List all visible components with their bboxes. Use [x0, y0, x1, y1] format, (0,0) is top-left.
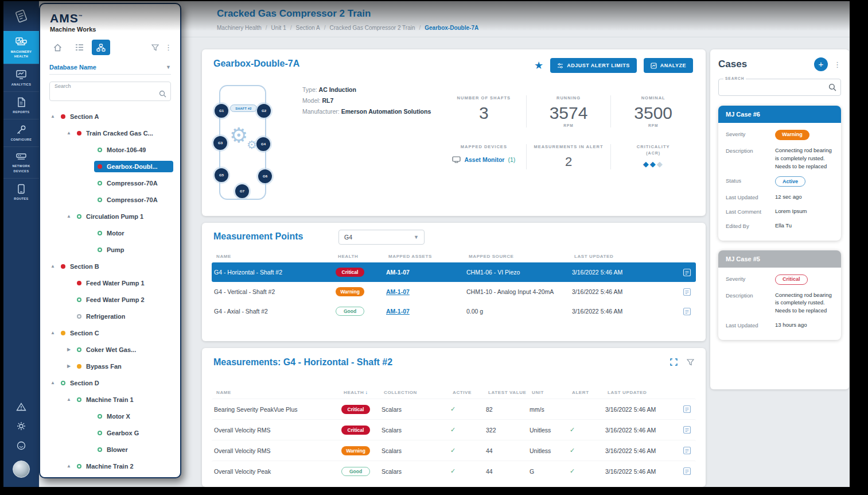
tree-item[interactable]: Gearbox G: [40, 424, 180, 441]
row-note-icon[interactable]: [680, 426, 696, 434]
asset-monitor-link[interactable]: Asset Monitor (1): [445, 156, 523, 163]
measurement-point-selector[interactable]: G4 ▼: [338, 230, 425, 245]
analyze-button[interactable]: ANALYZE: [644, 58, 693, 73]
tree-item[interactable]: ▶Coker Wet Gas...: [40, 341, 180, 358]
measurement-node-g1[interactable]: G1: [215, 104, 228, 118]
tree-item[interactable]: ▲Machine Train 1: [40, 391, 180, 408]
expand-arrow-icon[interactable]: ▶: [64, 347, 73, 352]
tree-item[interactable]: ▶Bypass Fan: [40, 358, 180, 374]
nav-analytics[interactable]: ANALYTICS: [3, 64, 39, 91]
tree-item[interactable]: ▲Machine Train 2: [40, 458, 180, 474]
tree-item[interactable]: Refrigeration: [40, 308, 180, 324]
tree-item[interactable]: Pump: [40, 241, 180, 258]
collapse-arrow-icon[interactable]: ▲: [48, 330, 57, 335]
brand-subtitle: Machine Works: [50, 26, 170, 33]
row-note-icon[interactable]: [680, 268, 696, 277]
filter-icon[interactable]: [687, 359, 694, 366]
table-row[interactable]: Overall Velocity RMS Critical Scalars ✓ …: [212, 419, 696, 440]
tree-item[interactable]: Compressor-70A: [40, 191, 180, 208]
row-note-icon[interactable]: [680, 405, 696, 413]
table-row[interactable]: Bearing Severity PeakVue Plus Critical S…: [212, 399, 696, 419]
collapse-arrow-icon[interactable]: ▲: [64, 214, 73, 219]
tree-item-selected[interactable]: Gearbox-Doubl...: [40, 158, 180, 175]
row-note-icon[interactable]: [680, 307, 696, 316]
collapse-arrow-icon[interactable]: ▲: [48, 380, 57, 385]
sliders-icon: [557, 63, 563, 69]
breadcrumb-item[interactable]: Unit 1: [271, 25, 286, 31]
expand-icon[interactable]: [670, 358, 678, 366]
cases-search-box[interactable]: SEARCH: [718, 79, 841, 96]
collapse-arrow-icon[interactable]: ▲: [64, 397, 73, 402]
mapped-asset-link[interactable]: AM-1-07: [386, 269, 410, 276]
tree-item[interactable]: ▲Section D: [40, 374, 180, 391]
nav-routes[interactable]: ROUTES: [3, 178, 39, 206]
tree-search-box[interactable]: Search: [49, 82, 171, 101]
row-note-icon[interactable]: [680, 446, 696, 455]
tree-item[interactable]: ▲Section B: [40, 258, 180, 274]
row-note-icon[interactable]: [680, 467, 696, 475]
tree-item[interactable]: ▲Circulation Pump 1: [40, 208, 180, 225]
nav-item-label: ROUTES: [14, 196, 28, 201]
table-row[interactable]: G4 - Vertical - Shaft #2 Warning AM-1-07…: [212, 282, 696, 301]
health-badge: Warning: [341, 446, 370, 455]
database-selector[interactable]: Database Name ▼: [49, 61, 171, 75]
tree-item[interactable]: Blower: [40, 441, 180, 458]
measurement-node-g4[interactable]: G4: [256, 137, 270, 151]
alerts-icon[interactable]: [16, 403, 26, 411]
cases-kebab-menu-icon[interactable]: ⋮: [834, 60, 841, 69]
table-row[interactable]: G4 - Axial - Shaft #2 Good AM-1-07 0.00 …: [212, 301, 696, 321]
table-row[interactable]: Overall Velocity Peak Good Scalars ✓ 44 …: [212, 461, 696, 481]
emerson-logo[interactable]: [3, 1, 39, 31]
nav-item-label: ANALYTICS: [11, 82, 32, 87]
expand-arrow-icon[interactable]: ▶: [64, 363, 73, 369]
help-icon[interactable]: [17, 441, 26, 450]
mapped-asset-link[interactable]: AM-1-07: [386, 308, 410, 315]
collapse-arrow-icon[interactable]: ▲: [48, 264, 57, 269]
measurements-toolbar: [670, 358, 694, 366]
favorite-star-icon[interactable]: ★: [534, 60, 543, 71]
hierarchy-view-button[interactable]: [92, 40, 110, 55]
tree-kebab-menu-icon[interactable]: ⋮: [165, 43, 172, 52]
collapse-arrow-icon[interactable]: ▲: [64, 130, 73, 136]
nav-configure[interactable]: CONFIGURE: [3, 119, 39, 146]
measurement-node-g7[interactable]: G7: [235, 184, 249, 198]
breadcrumb-item[interactable]: Machinery Health: [217, 25, 262, 31]
mapped-asset-link[interactable]: AM-1-07: [386, 288, 410, 295]
sort-descending-icon[interactable]: ↓: [365, 389, 368, 395]
breadcrumb-item[interactable]: Section A: [296, 25, 320, 31]
settings-gear-icon[interactable]: [17, 421, 26, 431]
tree-item[interactable]: ▲Section A: [40, 108, 180, 125]
measurement-node-g3[interactable]: G3: [213, 136, 227, 150]
nav-machinery-health[interactable]: MACHINERY HEALTH: [3, 31, 39, 64]
collapse-arrow-icon[interactable]: ▲: [64, 463, 73, 469]
tree-item[interactable]: ▲Train Cracked Gas C...: [40, 125, 180, 141]
case-card-header[interactable]: MJ Case #5: [718, 250, 841, 268]
list-view-button[interactable]: [70, 40, 88, 55]
nav-network-devices[interactable]: NETWORK DEVICES: [3, 146, 39, 178]
nav-reports[interactable]: REPORTS: [3, 91, 39, 119]
measurement-points-table: NAME HEALTH MAPPED ASSETS MAPPED SOURCE …: [212, 250, 696, 321]
case-card-header[interactable]: MJ Case #6: [718, 106, 841, 123]
table-row-selected[interactable]: G4 - Horizontal - Shaft #2 Critical AM-1…: [212, 262, 696, 282]
table-row[interactable]: Overall Velocity RMS Warning Scalars ✓ 4…: [212, 440, 696, 461]
tree-item[interactable]: ▲Section C: [40, 324, 180, 341]
tree-item[interactable]: Motor-106-49: [40, 141, 180, 158]
add-case-button[interactable]: +: [814, 57, 828, 71]
breadcrumb-item[interactable]: Cracked Gas Compressor 2 Train: [330, 25, 415, 31]
row-note-icon[interactable]: [680, 288, 696, 296]
filter-icon[interactable]: [151, 44, 159, 51]
tree-item[interactable]: Feed Water Pump 1: [40, 274, 180, 291]
tree-item[interactable]: Motor X: [40, 408, 180, 424]
home-view-button[interactable]: [48, 40, 67, 55]
measurement-node-g6[interactable]: G6: [258, 169, 272, 183]
stat-criticality: CRITICALITY (ACR) ◆◆◆: [610, 144, 695, 169]
tree-item[interactable]: Feed Water Pump 2: [40, 291, 180, 308]
status-dot-good: [77, 397, 81, 402]
collapse-arrow-icon[interactable]: ▲: [48, 114, 57, 119]
measurement-node-g2[interactable]: G2: [257, 104, 271, 118]
user-avatar[interactable]: [13, 461, 30, 478]
tree-item[interactable]: Compressor-70A: [40, 175, 180, 191]
measurement-node-g5[interactable]: G5: [215, 168, 228, 182]
adjust-alert-limits-button[interactable]: ADJUST ALERT LIMITS: [550, 58, 637, 73]
tree-item[interactable]: Motor: [40, 225, 180, 241]
